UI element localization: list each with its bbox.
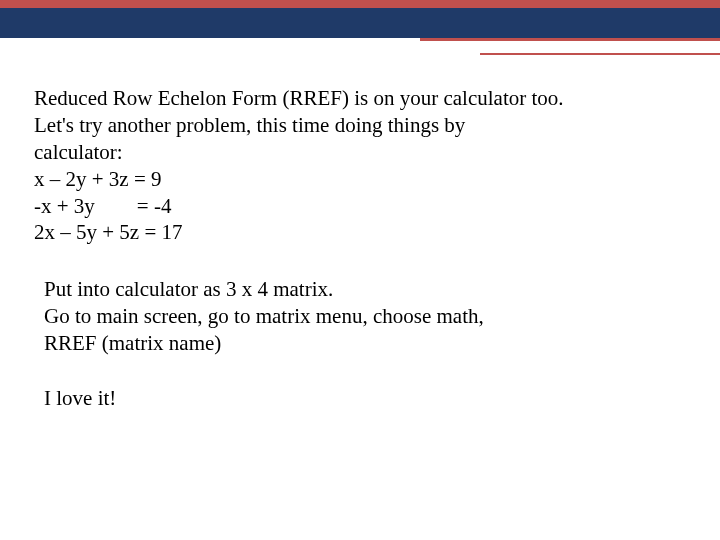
instruction-line-3: RREF (matrix name) (44, 330, 680, 357)
equation-3: 2x – 5y + 5z = 17 (34, 219, 680, 246)
equation-2: -x + 3y = -4 (34, 193, 680, 220)
slide-content: Reduced Row Echelon Form (RREF) is on yo… (34, 85, 680, 412)
closing-line: I love it! (44, 385, 680, 412)
intro-line-1: Reduced Row Echelon Form (RREF) is on yo… (34, 85, 680, 112)
instruction-line-2: Go to main screen, go to matrix menu, ch… (44, 303, 680, 330)
accent-line-lower (480, 53, 720, 55)
intro-line-3: calculator: (34, 139, 680, 166)
intro-line-2: Let's try another problem, this time doi… (34, 112, 680, 139)
top-accent-bar (0, 0, 720, 8)
header-bar (0, 8, 720, 38)
accent-line-upper (420, 38, 720, 41)
instructions-paragraph: Put into calculator as 3 x 4 matrix. Go … (44, 276, 680, 357)
intro-paragraph: Reduced Row Echelon Form (RREF) is on yo… (34, 85, 680, 246)
slide: Reduced Row Echelon Form (RREF) is on yo… (0, 0, 720, 540)
equation-1: x – 2y + 3z = 9 (34, 166, 680, 193)
instruction-line-1: Put into calculator as 3 x 4 matrix. (44, 276, 680, 303)
